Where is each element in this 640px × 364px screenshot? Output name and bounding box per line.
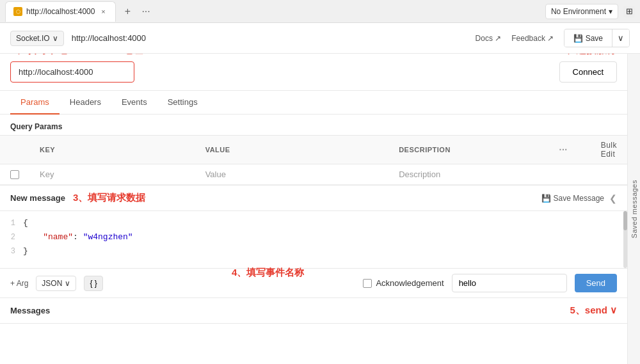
line-content-1: { [23,216,622,230]
tab-headers[interactable]: Headers [60,91,111,115]
line-content-2: "name": "w4ngzhen" [23,230,622,244]
query-params-label: Query Params [0,115,627,135]
table-row: Key Value Description [0,164,627,185]
protocol-arrow-icon: ∨ [52,34,58,43]
bulk-edit-button[interactable]: Bulk Edit [601,141,617,159]
value-cell[interactable]: Value [195,164,389,185]
token-value: "w4ngzhen" [83,232,133,242]
json-type-selector[interactable]: JSON ∨ [36,276,76,291]
col-key-header: KEY [29,136,195,164]
env-label: No Environment [551,7,606,16]
header-url-display: http://localhost:4000 [72,33,468,43]
messages-section: Messages 5、send ∨ [0,298,627,324]
code-line-1: 1 { [0,216,627,230]
protocol-selector[interactable]: Socket.IO ∨ [10,31,64,46]
annotation-3: 3、填写请求数据 [73,192,145,204]
more-dots-icon[interactable]: ··· [559,145,568,155]
app-header: Socket.IO ∨ http://localhost:4000 Docs ↗… [0,23,640,54]
acknowledgement-checkbox[interactable]: Acknowledgement [363,278,444,288]
docs-link[interactable]: Docs ↗ [476,34,502,43]
protocol-label: Socket.IO [16,34,50,43]
saved-messages-label: Saved messages [630,180,638,238]
tab-events[interactable]: Events [111,91,157,115]
col-checkbox [0,136,29,164]
collapse-icon[interactable]: ❮ [609,193,617,203]
save-main-label: 💾 Save [564,30,612,47]
new-message-header: New message 3、填写请求数据 💾 Save Message ❮ [0,185,627,211]
col-value-header: VALUE [195,136,389,164]
tab-favicon: ⬡ [13,7,22,16]
new-message-title: New message [10,193,65,203]
code-line-2: 2 "name": "w4ngzhen" [0,230,627,244]
col-actions-header: ··· [549,136,591,164]
tab-url: http://localhost:4000 [26,7,95,16]
nav-tabs: Params Headers Events Settings [0,91,627,115]
tab-close-button[interactable]: × [99,7,108,16]
row-checkbox-cell [0,164,29,185]
env-dropdown-icon: ▾ [609,7,612,16]
more-tabs-button[interactable]: ··· [139,6,152,17]
save-dropdown-arrow[interactable]: ∨ [612,29,629,47]
save-message-label: Save Message [554,194,604,203]
message-footer: + Arg JSON ∨ { } 4、填写事件名称 Acknowledgemen… [0,269,627,298]
new-tab-button[interactable]: + [118,3,136,20]
save-message-button[interactable]: 💾 Save Message [541,194,604,203]
ack-label: Acknowledgement [376,278,444,288]
row-checkbox[interactable] [10,170,19,179]
ack-checkbox-box[interactable] [363,279,372,288]
tab-params[interactable]: Params [10,91,60,115]
annotation-2: 2、连接服务 [560,54,617,57]
line-content-3: } [23,244,622,258]
annotation-5: 5、send ∨ [570,305,617,317]
env-icon-button[interactable]: ⊞ [623,6,635,17]
tab-settings[interactable]: Settings [157,91,208,115]
line-num-1: 1 [0,216,23,230]
header-actions: Docs ↗ Feedback ↗ 💾 Save ∨ [476,29,630,47]
annotation-4: 4、填写事件名称 [232,267,304,279]
url-bar: 1、填写本地WebSocket地址 Connect 2、连接服务 [0,54,627,91]
tab-bar: ⬡ http://localhost:4000 × + ··· No Envir… [0,0,640,23]
line-num-2: 2 [0,230,23,244]
annotation-1: 1、填写本地WebSocket地址 [10,54,143,57]
url-input[interactable] [10,61,134,83]
content-area: 1、填写本地WebSocket地址 Connect 2、连接服务 Params … [0,54,627,364]
footer-right-actions: 4、填写事件名称 Acknowledgement Send [355,274,617,292]
tab-bar-right: No Environment ▾ ⊞ [545,4,635,19]
json-arrow-icon: ∨ [65,279,70,288]
active-tab[interactable]: ⬡ http://localhost:4000 × [5,1,116,22]
row-actions-cell [549,164,591,185]
messages-title: Messages [10,306,50,315]
line-num-3: 3 [0,244,23,258]
save-button-group[interactable]: 💾 Save ∨ [564,29,630,47]
environment-selector[interactable]: No Environment ▾ [545,4,618,19]
connect-button[interactable]: Connect [559,61,617,83]
send-button[interactable]: Send [575,274,617,292]
add-arg-button[interactable]: + Arg [10,279,28,288]
code-line-3: 3 } [0,244,627,258]
params-table: KEY VALUE DESCRIPTION ··· Bulk Edit [0,135,627,185]
key-cell[interactable]: Key [29,164,195,185]
saved-messages-sidebar[interactable]: Saved messages [627,54,640,364]
json-label: JSON [42,279,62,288]
col-desc-header: DESCRIPTION [388,136,548,164]
bulk-edit-header: Bulk Edit [591,136,627,164]
save-icon: 💾 [541,194,551,203]
token-key: "name" [43,232,73,242]
feedback-link[interactable]: Feedback ↗ [511,34,554,43]
braces-button[interactable]: { } [84,276,102,291]
code-editor[interactable]: 1 { 2 "name": "w4ngzhen" 3 } [0,211,627,269]
event-name-input[interactable] [452,274,567,292]
desc-cell[interactable]: Description [388,164,548,185]
main-container: Socket.IO ∨ http://localhost:4000 Docs ↗… [0,23,640,364]
row-extra-cell [591,164,627,185]
